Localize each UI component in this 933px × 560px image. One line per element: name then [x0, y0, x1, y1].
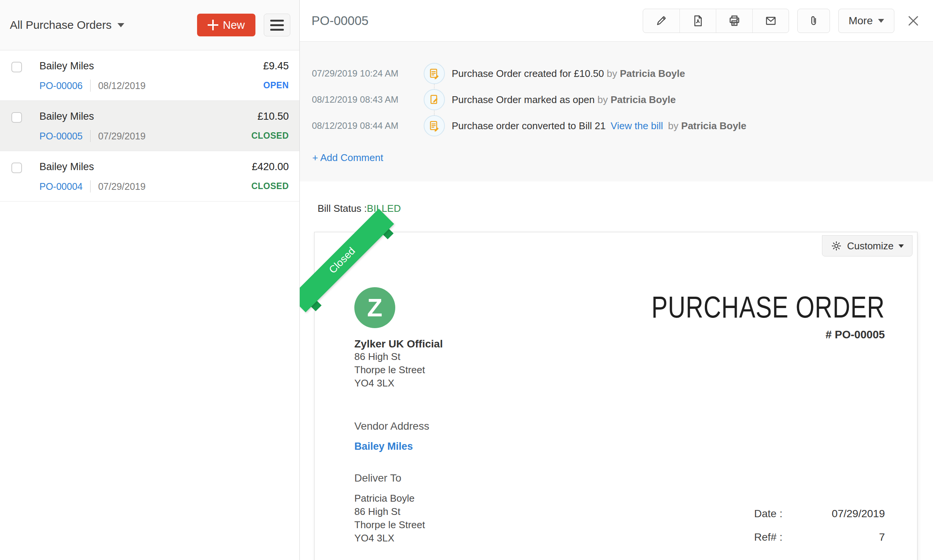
po-amount: £420.00: [252, 161, 289, 173]
gear-icon: [831, 240, 842, 252]
vendor-name-link[interactable]: Bailey Miles: [354, 441, 885, 452]
company-address-line: 86 High St: [354, 350, 443, 363]
ref-label: Ref# :: [754, 531, 783, 543]
paperclip-icon: [807, 14, 820, 27]
ref-value: 7: [879, 531, 885, 543]
event-actor: Patricia Boyle: [681, 120, 747, 131]
po-list-item[interactable]: Bailey Miles PO-00006 08/12/2019 £9.45 O…: [0, 50, 299, 101]
filter-label: All Purchase Orders: [10, 19, 111, 31]
date-label: Date :: [754, 508, 783, 520]
document-type-title: PURCHASE ORDER: [651, 290, 885, 325]
email-button[interactable]: [752, 9, 789, 33]
timeline-event: 07/29/2019 10:24 AM Purchase Order creat…: [312, 63, 933, 84]
list-menu-button[interactable]: [264, 14, 290, 36]
deliver-line: Thorpe le Street: [354, 518, 425, 532]
vendor-name: Bailey Miles: [39, 161, 251, 173]
row-checkbox[interactable]: [11, 62, 22, 72]
logo-letter: Z: [367, 293, 382, 322]
event-timestamp: 08/12/2019 08:44 AM: [312, 120, 414, 131]
po-title: PO-00005: [312, 14, 643, 28]
document-pencil-icon: [429, 68, 440, 79]
add-comment-link[interactable]: + Add Comment: [312, 152, 383, 164]
print-button[interactable]: [716, 9, 752, 33]
close-icon: [906, 14, 920, 28]
date-value: 07/29/2019: [832, 508, 885, 520]
new-purchase-order-button[interactable]: New: [197, 14, 255, 36]
company-logo: Z: [354, 287, 395, 328]
chevron-down-icon: [117, 23, 124, 27]
po-detail-pane: PO-00005: [300, 0, 933, 560]
company-address-line: Thorpe le Street: [354, 363, 443, 377]
status-badge: CLOSED: [251, 131, 289, 141]
edit-button[interactable]: [643, 9, 679, 33]
event-text: Purchase order converted to Bill 21: [452, 120, 606, 131]
pencil-icon: [655, 14, 668, 27]
purchase-orders-app: All Purchase Orders New Bailey Miles PO-…: [0, 0, 933, 560]
company-name: Zylker UK Official: [354, 338, 443, 350]
divider: [90, 130, 91, 142]
company-address-line: YO4 3LX: [354, 377, 443, 390]
deliver-to-block: Deliver To Patricia Boyle 86 High St Tho…: [354, 452, 425, 545]
purchase-orders-sidebar: All Purchase Orders New Bailey Miles PO-…: [0, 0, 300, 560]
po-date: 07/29/2019: [98, 181, 146, 192]
status-badge: OPEN: [263, 80, 289, 91]
customize-label: Customize: [847, 240, 894, 252]
po-date: 08/12/2019: [98, 80, 146, 91]
deliver-line: Patricia Boyle: [354, 492, 425, 505]
po-list-item-selected[interactable]: Bailey Miles PO-00005 07/29/2019 £10.50 …: [0, 101, 299, 151]
filter-dropdown[interactable]: All Purchase Orders: [10, 19, 124, 31]
timeline-event: 08/12/2019 08:44 AM Purchase order conve…: [312, 115, 933, 136]
po-number-link[interactable]: PO-00006: [39, 80, 83, 91]
hamburger-icon: [270, 20, 284, 22]
po-date: 07/29/2019: [98, 131, 146, 142]
status-badge: CLOSED: [251, 181, 289, 191]
bill-status: Bill Status :BILLED: [318, 203, 933, 214]
po-amount: £10.50: [257, 111, 289, 122]
printer-icon: [728, 14, 741, 28]
detail-toolbar: [643, 9, 789, 33]
po-document-preview: Closed Customize Z Zylker UK Official: [314, 232, 917, 560]
vendor-name: Bailey Miles: [39, 111, 251, 122]
po-number-link[interactable]: PO-00005: [39, 131, 83, 142]
sidebar-header: All Purchase Orders New: [0, 0, 299, 50]
document-pencil-icon: [429, 120, 440, 131]
event-actor: Patricia Boyle: [620, 68, 685, 79]
po-number-link[interactable]: PO-00004: [39, 181, 83, 192]
document-pencil-icon: [429, 94, 440, 105]
po-amount: £9.45: [263, 60, 289, 72]
more-button[interactable]: More: [838, 9, 894, 33]
timeline-event: 08/12/2019 08:43 AM Purchase Order marke…: [312, 89, 933, 110]
chevron-down-icon: [899, 244, 904, 248]
po-list-item[interactable]: Bailey Miles PO-00004 07/29/2019 £420.00…: [0, 151, 299, 202]
deliver-line: 86 High St: [354, 505, 425, 518]
new-button-label: New: [223, 19, 245, 31]
customize-button[interactable]: Customize: [822, 235, 913, 257]
event-text: Purchase Order created for £10.50: [452, 68, 604, 79]
history-timeline: 07/29/2019 10:24 AM Purchase Order creat…: [300, 42, 933, 181]
event-text: Purchase Order marked as open: [452, 94, 595, 105]
event-timestamp: 07/29/2019 10:24 AM: [312, 68, 414, 79]
event-actor: Patricia Boyle: [611, 94, 676, 105]
more-label: More: [848, 15, 873, 27]
bill-status-label: Bill Status :: [318, 203, 367, 214]
pdf-button[interactable]: [679, 9, 716, 33]
deliver-to-heading: Deliver To: [354, 472, 425, 484]
divider: [90, 180, 91, 192]
row-checkbox[interactable]: [11, 163, 22, 173]
plus-icon: [208, 20, 218, 30]
vendor-address-heading: Vendor Address: [354, 420, 885, 432]
deliver-line: YO4 3LX: [354, 532, 425, 545]
bill-status-value: BILLED: [367, 203, 401, 214]
event-timestamp: 08/12/2019 08:43 AM: [312, 94, 414, 105]
document-meta: Date : 07/29/2019 Ref# : 7: [754, 496, 885, 543]
row-checkbox[interactable]: [11, 112, 22, 123]
close-detail-button[interactable]: [904, 12, 922, 30]
chevron-down-icon: [878, 19, 884, 23]
attach-button[interactable]: [797, 9, 830, 33]
document-number: # PO-00005: [593, 328, 885, 341]
divider: [90, 80, 91, 92]
view-bill-link[interactable]: View the bill: [611, 120, 663, 131]
pdf-icon: [692, 14, 704, 27]
vendor-name: Bailey Miles: [39, 60, 263, 72]
company-block: Z Zylker UK Official 86 High St Thorpe l…: [354, 266, 443, 390]
